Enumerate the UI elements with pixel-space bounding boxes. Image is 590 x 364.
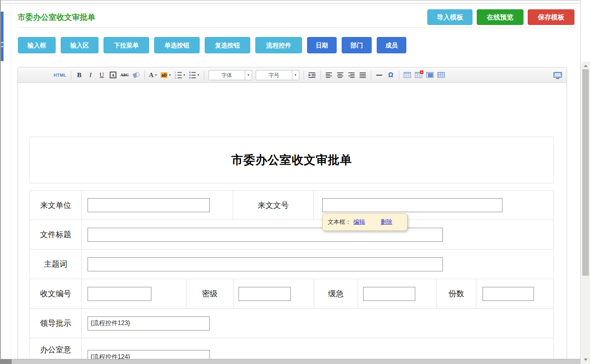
insert-department-button[interactable]: 部门	[342, 37, 372, 53]
toolbar-separator	[304, 71, 304, 79]
special-char-button[interactable]: Ω	[387, 70, 395, 80]
font-color-icon: A	[149, 72, 154, 79]
align-left-button[interactable]	[325, 70, 333, 80]
italic-button[interactable]: I	[87, 70, 95, 80]
input-cell	[82, 279, 186, 308]
tooltip-edit-link[interactable]: 编辑	[353, 218, 365, 226]
form-title: 市委办公室收文审批单	[232, 152, 352, 168]
indent-button[interactable]	[308, 70, 316, 80]
chevron-down-icon[interactable]	[292, 70, 299, 80]
laiwen-wenhao-input[interactable]	[322, 198, 502, 212]
cell-properties-button[interactable]	[426, 70, 434, 80]
miji-input[interactable]	[239, 287, 291, 301]
left-blue-strip	[1, 12, 4, 61]
insert-radio-button[interactable]: 单选按钮	[154, 37, 200, 53]
delete-table-button[interactable]	[415, 70, 423, 80]
align-right-button[interactable]	[348, 70, 355, 80]
input-cell	[82, 309, 553, 338]
scroll-up-arrow-icon[interactable]	[584, 65, 588, 67]
online-preview-button[interactable]: 在线预览	[477, 9, 523, 25]
ordered-list-icon: 1 2 3	[175, 72, 182, 79]
insert-dropdown-button[interactable]: 下拉菜单	[104, 37, 149, 53]
input-cell	[234, 279, 314, 308]
table-properties-icon	[437, 72, 445, 78]
input-cell	[82, 191, 233, 220]
table-properties-button[interactable]	[437, 70, 445, 80]
save-template-button[interactable]: 保存模板	[528, 9, 574, 25]
highlight-color-button[interactable]: ab	[161, 70, 171, 80]
delete-table-icon	[415, 72, 422, 78]
editor-toolbar: HTML B I U A ABC A ab 1 2 3 字体	[18, 67, 567, 83]
field-label-huanji: 缓急	[314, 279, 358, 308]
widget-button-row: 输入框 输入区 下拉菜单 单选按钮 复选按钮 流程控件 日期 部门 成员	[18, 37, 406, 53]
table-row: 领导批示	[30, 309, 553, 338]
unordered-list-button[interactable]	[189, 70, 200, 80]
horizontal-rule-button[interactable]	[376, 70, 383, 80]
html-source-icon: HTML	[54, 73, 67, 77]
input-cell	[358, 279, 437, 308]
table-row: 主题词	[30, 250, 553, 279]
insert-input-box-button[interactable]: 输入框	[18, 37, 56, 53]
toolbar-separator	[399, 71, 399, 79]
toolbar-separator	[144, 71, 145, 79]
align-justify-icon	[360, 72, 366, 78]
header-divider	[18, 27, 575, 28]
fenshu-input[interactable]	[483, 287, 534, 301]
align-justify-button[interactable]	[359, 70, 367, 80]
ordered-list-button[interactable]: 1 2 3	[175, 70, 186, 80]
text-box-button[interactable]: A	[109, 70, 117, 80]
panel-left-edge	[11, 5, 11, 358]
underline-button[interactable]: U	[98, 70, 106, 80]
table-icon	[404, 72, 411, 78]
insert-date-button[interactable]: 日期	[307, 37, 337, 53]
font-family-select[interactable]: 字体	[209, 70, 252, 80]
align-center-button[interactable]	[336, 70, 344, 80]
align-right-icon	[348, 72, 355, 78]
insert-table-button[interactable]	[404, 70, 411, 80]
font-color-button[interactable]: A	[149, 70, 158, 80]
field-label-laiwen-wenhao: 来文文号	[233, 191, 314, 220]
header-actions: 导入模板 在线预览 保存模板	[427, 9, 574, 25]
table-row: 收文编号 密级 缓急 份数	[30, 279, 553, 309]
fullscreen-button[interactable]	[553, 70, 562, 80]
unordered-list-icon	[189, 72, 196, 79]
scrollbar-track[interactable]	[581, 62, 590, 364]
insert-flow-control-button[interactable]: 流程控件	[255, 37, 302, 53]
insert-member-button[interactable]: 成员	[377, 37, 406, 53]
font-size-select[interactable]: 字号	[256, 70, 299, 80]
field-label-shouwen-bianhao: 收文编号	[30, 279, 82, 308]
toolbar-separator	[204, 71, 204, 79]
strikethrough-button[interactable]: ABC	[121, 70, 129, 80]
laiwen-danwei-input[interactable]	[88, 198, 210, 212]
import-template-button[interactable]: 导入模板	[427, 9, 472, 25]
bold-button[interactable]: B	[76, 70, 83, 80]
tooltip-label: 文本框：	[328, 218, 351, 226]
tooltip-delete-link[interactable]: 删除	[381, 218, 392, 226]
field-label-lingdao-pishi: 领导批示	[30, 309, 82, 338]
window-bottom-bar	[0, 359, 580, 364]
table-row: 文件标题	[30, 220, 553, 250]
scrollbar-thumb[interactable]	[582, 69, 589, 276]
form-title-box: 市委办公室收文审批单	[30, 137, 554, 183]
highlight-icon: ab	[161, 72, 167, 78]
omega-icon: Ω	[388, 72, 393, 79]
huanji-input[interactable]	[363, 287, 415, 301]
insert-textarea-button[interactable]: 输入区	[61, 37, 98, 53]
page-title: 市委办公室收文审批单	[18, 9, 95, 25]
table-row: 来文单位 来文文号	[30, 191, 553, 220]
horizontal-rule-icon	[376, 75, 382, 76]
shouwen-bianhao-input[interactable]	[88, 287, 151, 301]
field-label-miji: 密级	[186, 279, 234, 308]
input-cell	[82, 250, 553, 279]
editor-canvas[interactable]: 市委办公室收文审批单 来文单位 来文文号 文件标题	[18, 83, 567, 364]
scroll-down-arrow-icon[interactable]	[584, 359, 588, 361]
html-source-button[interactable]: HTML	[54, 70, 67, 80]
remove-format-button[interactable]	[132, 70, 140, 80]
lingdao-pishi-input[interactable]	[88, 317, 210, 331]
chevron-down-icon[interactable]	[245, 70, 252, 80]
insert-checkbox-button[interactable]: 复选按钮	[205, 37, 250, 53]
vertical-scrollbar[interactable]	[580, 0, 590, 364]
cell-properties-icon	[426, 72, 434, 78]
zhutici-input[interactable]	[88, 257, 443, 271]
field-label-fenshu: 份数	[437, 279, 476, 308]
